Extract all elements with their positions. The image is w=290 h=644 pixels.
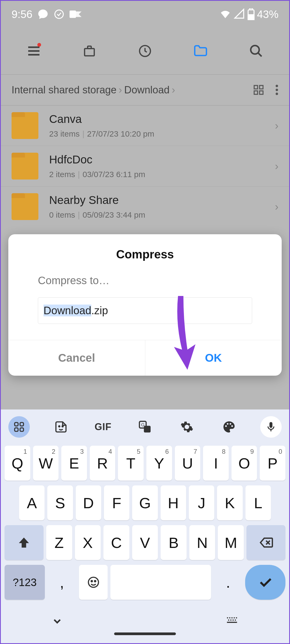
key-s[interactable]: S: [47, 485, 73, 520]
breadcrumb-current[interactable]: Download: [124, 84, 169, 96]
tab-work[interactable]: [80, 42, 99, 60]
kb-gif-button[interactable]: GIF: [92, 416, 114, 438]
key-h[interactable]: H: [161, 485, 186, 520]
svg-rect-39: [228, 620, 229, 621]
svg-point-17: [276, 85, 278, 87]
list-item[interactable]: Canva 23 items|27/07/23 10:20 pm ›: [1, 105, 289, 146]
chat-icon: [37, 9, 49, 20]
breadcrumb-root[interactable]: Internal shared storage: [12, 84, 117, 96]
svg-point-31: [88, 577, 99, 587]
key-x[interactable]: X: [75, 525, 101, 560]
key-t[interactable]: T5: [118, 446, 144, 481]
key-z[interactable]: Z: [46, 525, 72, 560]
key-u[interactable]: U7: [175, 446, 201, 481]
key-p[interactable]: P0: [260, 446, 285, 481]
key-j[interactable]: J: [189, 485, 214, 520]
svg-text:G: G: [141, 422, 144, 427]
svg-point-0: [55, 10, 63, 19]
palette-icon: [222, 420, 236, 434]
kb-translate-button[interactable]: G: [134, 416, 156, 438]
sync-icon: [53, 9, 65, 20]
shift-key[interactable]: [5, 525, 44, 560]
key-a[interactable]: A: [19, 485, 45, 520]
home-indicator[interactable]: [114, 632, 176, 635]
key-v[interactable]: V: [132, 525, 158, 560]
svg-point-18: [276, 89, 278, 91]
key-o[interactable]: O9: [231, 446, 257, 481]
emoji-key[interactable]: [79, 565, 108, 600]
backspace-key[interactable]: [247, 525, 285, 560]
annotation-arrow: [167, 296, 200, 371]
key-c[interactable]: C: [103, 525, 129, 560]
battery-percent: 43%: [257, 8, 278, 20]
file-meta: 23 items|27/07/23 10:20 pm: [49, 129, 275, 138]
svg-rect-13: [254, 86, 258, 89]
svg-rect-35: [229, 617, 230, 618]
kb-sticker-button[interactable]: [50, 416, 72, 438]
svg-rect-9: [88, 46, 91, 49]
list-item[interactable]: HdfcDoc 2 items|03/07/23 6:11 pm ›: [1, 146, 289, 186]
svg-point-33: [94, 580, 96, 582]
key-y[interactable]: Y6: [146, 446, 172, 481]
key-n[interactable]: N: [189, 525, 215, 560]
kb-apps-button[interactable]: [8, 416, 30, 438]
symbols-key[interactable]: ?123: [5, 565, 45, 600]
breadcrumb-bar: Internal shared storage › Download ›: [1, 75, 289, 105]
svg-rect-42: [235, 620, 236, 621]
svg-rect-21: [20, 423, 24, 426]
status-bar: 9:56 43%: [1, 1, 289, 28]
folder-icon: [12, 193, 38, 220]
dialog-title: Compress: [8, 234, 282, 269]
grid-view-button[interactable]: [253, 84, 264, 96]
key-l[interactable]: L: [245, 485, 271, 520]
period-key[interactable]: .: [214, 565, 242, 600]
key-g[interactable]: G: [132, 485, 158, 520]
tab-recent[interactable]: [136, 42, 154, 60]
search-button[interactable]: [247, 42, 266, 60]
svg-point-32: [91, 580, 92, 582]
dialog-subtitle: Compress to…: [8, 269, 282, 297]
kb-theme-button[interactable]: [218, 416, 240, 438]
svg-rect-27: [144, 426, 151, 433]
kb-voice-button[interactable]: [260, 416, 282, 438]
chevron-right-icon: ›: [119, 84, 122, 96]
folder-icon: [193, 43, 208, 59]
key-r[interactable]: R4: [90, 446, 115, 481]
enter-key[interactable]: [245, 565, 285, 600]
svg-rect-37: [234, 617, 235, 618]
key-q[interactable]: Q1: [5, 446, 30, 481]
svg-rect-1: [70, 10, 76, 18]
filename-input[interactable]: Download.zip: [38, 297, 252, 324]
key-w[interactable]: W2: [33, 446, 59, 481]
svg-rect-15: [254, 91, 258, 94]
briefcase-icon: [82, 44, 97, 58]
key-i[interactable]: I8: [203, 446, 229, 481]
space-key[interactable]: [110, 565, 211, 600]
key-b[interactable]: B: [161, 525, 187, 560]
breadcrumb[interactable]: Internal shared storage › Download ›: [12, 84, 253, 96]
tab-files[interactable]: [191, 42, 210, 60]
svg-line-12: [258, 53, 262, 57]
gear-icon: [180, 420, 194, 434]
keyboard-switch-icon[interactable]: [225, 615, 239, 627]
ok-button[interactable]: OK: [145, 340, 282, 376]
key-k[interactable]: K: [217, 485, 242, 520]
more-button[interactable]: [275, 84, 278, 96]
compress-dialog: Compress Compress to… Download.zip Cance…: [8, 234, 282, 376]
cancel-button[interactable]: Cancel: [8, 340, 145, 376]
svg-rect-34: [227, 617, 228, 618]
key-m[interactable]: M: [218, 525, 244, 560]
file-meta: 2 items|03/07/23 6:11 pm: [49, 170, 275, 179]
chevron-right-icon: ›: [172, 84, 175, 96]
comma-key[interactable]: ,: [48, 565, 76, 600]
file-list: Canva 23 items|27/07/23 10:20 pm › HdfcD…: [1, 105, 289, 227]
collapse-keyboard-button[interactable]: [51, 615, 63, 627]
key-e[interactable]: E3: [61, 446, 87, 481]
chevron-right-icon: ›: [275, 120, 278, 132]
key-d[interactable]: D: [76, 485, 101, 520]
menu-button[interactable]: [24, 42, 43, 60]
kb-settings-button[interactable]: [176, 416, 198, 438]
list-item[interactable]: Nearby Share 0 items|05/09/23 3:44 pm ›: [1, 186, 289, 227]
svg-rect-4: [248, 15, 254, 20]
key-f[interactable]: F: [104, 485, 129, 520]
